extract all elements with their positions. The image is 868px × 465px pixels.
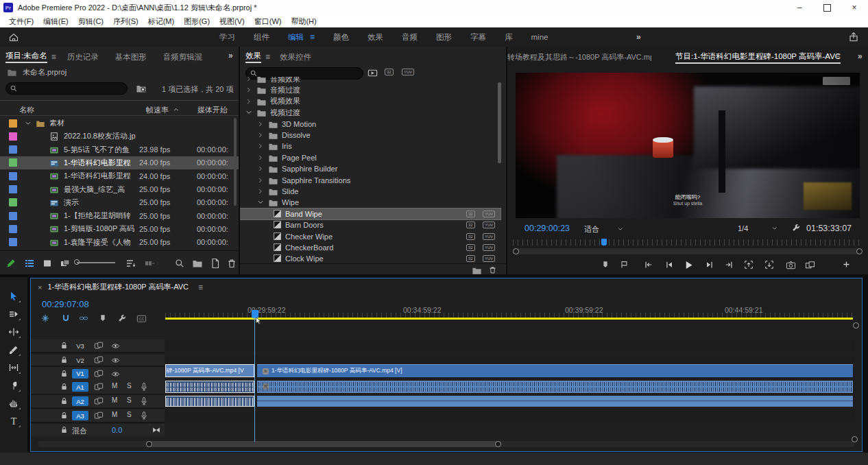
find-icon[interactable] (174, 258, 185, 269)
play-button[interactable] (684, 260, 694, 270)
workspace-tab-字幕[interactable]: 字幕 (470, 32, 486, 43)
goto-out-button[interactable] (724, 260, 734, 270)
program-timecode[interactable]: 00:29:00:23 (525, 224, 570, 233)
menu-7[interactable]: 视图(V) (215, 16, 250, 27)
sequence-tab[interactable]: 1-华语科幻电影里程碑-1080P 高码率-AVC (47, 282, 189, 292)
tree-expand-icon[interactable] (257, 177, 264, 184)
goto-in-button[interactable] (644, 260, 653, 270)
project-item-2[interactable]: 2022.10.8校友活动.jp (0, 130, 239, 143)
clear-trash-icon[interactable] (226, 258, 237, 269)
new-item-icon[interactable] (210, 258, 221, 269)
effects-tree-item-checker-wipe[interactable]: Checker Wipe32YUV (240, 231, 501, 242)
panel-menu-icon[interactable]: ≡ (265, 52, 270, 62)
lock-icon[interactable] (60, 396, 69, 405)
keyframe-nav-icon[interactable] (152, 425, 161, 435)
tree-expand-icon[interactable] (257, 154, 264, 161)
toggle-track-output-eye-icon[interactable] (110, 370, 121, 379)
project-item-9[interactable]: 1-剪辑版-1080P 高码25.00 fps00:00:00: (0, 222, 239, 235)
minimize-button[interactable]: – (786, 0, 813, 15)
label-color-chip[interactable] (9, 132, 17, 141)
tree-expand-icon[interactable] (257, 121, 264, 128)
project-item-1[interactable]: 素材 (0, 117, 239, 130)
effects-tab-2[interactable]: 效果控件 (280, 52, 311, 62)
workspace-tab-效果[interactable]: 效果 (367, 32, 383, 43)
add-marker-icon[interactable] (98, 313, 108, 323)
tree-expand-icon[interactable] (257, 188, 264, 195)
track-badge-A2[interactable]: A2 (72, 396, 88, 406)
lock-icon[interactable] (60, 411, 69, 420)
sync-lock-icon[interactable] (94, 382, 104, 392)
track-badge-V3[interactable]: V3 (72, 341, 88, 350)
project-item-8[interactable]: 1-【拒绝花里胡哨转25.00 fps00:00:00: (0, 209, 239, 222)
monitor-tabs-overflow[interactable]: » (858, 51, 863, 61)
tree-expand-icon[interactable] (257, 165, 264, 172)
mute-button[interactable]: M (112, 411, 117, 418)
ripple-edit-tool[interactable] (7, 325, 21, 339)
list-view-icon[interactable] (24, 258, 35, 269)
toggle-track-output-eye-icon[interactable] (110, 356, 121, 365)
lock-icon[interactable] (60, 369, 69, 378)
track-badge-A3[interactable]: A3 (72, 411, 88, 420)
project-tab-4[interactable]: 音频剪辑混 (163, 52, 203, 62)
effects-tab-1[interactable]: 效果 (245, 51, 261, 63)
clip-a2-right[interactable] (257, 396, 853, 407)
clip-a1-right[interactable]: fx (257, 381, 853, 393)
menu-8[interactable]: 窗口(W) (250, 16, 287, 27)
project-tab-3[interactable]: 基本图形 (115, 52, 147, 62)
effects-tree-item-page-peel[interactable]: Page Peel (240, 152, 501, 163)
delete-custom-item-icon[interactable] (488, 265, 497, 274)
project-scrollbar[interactable] (234, 118, 237, 206)
export-share-icon[interactable] (848, 32, 859, 43)
label-color-chip[interactable] (9, 145, 17, 154)
menu-3[interactable]: 剪辑(C) (73, 16, 108, 27)
track-select-forward-tool[interactable] (7, 307, 21, 321)
effects-tree-item-checkerboard[interactable]: CheckerBoard32YUV (240, 242, 501, 253)
effects-tree-item-sapphire-transitions[interactable]: Sapphire Transitions (240, 175, 501, 186)
project-item-10[interactable]: 1-袁隆平接受《人物25.00 fps00:00:00: (0, 236, 239, 249)
project-tab-1[interactable]: 项目:未命名 (5, 51, 47, 63)
close-sequence-icon[interactable]: × (38, 283, 42, 291)
project-tabs-overflow[interactable]: » (228, 51, 233, 60)
effects-tree-item-视频效果[interactable]: 视频效果 (240, 96, 501, 107)
workspace-overflow[interactable]: » (636, 32, 641, 42)
lock-icon[interactable] (60, 355, 69, 364)
label-color-chip[interactable] (9, 119, 17, 128)
tree-collapse-icon[interactable] (245, 109, 252, 116)
master-track-header[interactable]: 混合0.0 (31, 424, 165, 436)
workspace-tab-库[interactable]: 库 (505, 32, 513, 43)
icon-view-icon[interactable] (42, 258, 53, 269)
toggle-track-output-eye-icon[interactable] (110, 342, 121, 350)
source-monitor-tab[interactable]: 转场教程及其思路～-1080P 高码率-AVC.mp4 (507, 52, 651, 62)
lock-icon[interactable] (60, 425, 69, 434)
program-scrollbar-left-handle[interactable] (513, 248, 519, 254)
workspace-tab-学习[interactable]: 学习 (219, 32, 235, 43)
timeline-zoom-scrollbar-thumb[interactable] (146, 441, 501, 447)
new-bin-icon[interactable] (192, 258, 203, 269)
project-item-6[interactable]: 最强大脑_综艺_高25.00 fps00:00:00: (0, 183, 239, 196)
razor-tool[interactable] (7, 343, 21, 357)
mute-button[interactable]: M (112, 396, 117, 404)
workspace-tab-mine[interactable]: mine (531, 33, 548, 41)
mark-in-button[interactable] (619, 260, 629, 270)
menu-5[interactable]: 标记(M) (143, 16, 180, 27)
snap-magnet-icon[interactable] (61, 313, 71, 323)
writable-pen-icon[interactable] (5, 258, 16, 269)
label-color-chip[interactable] (9, 212, 17, 220)
track-header-V2[interactable]: V2 (31, 355, 165, 367)
project-item-4[interactable]: 1-华语科幻电影里程24.00 fps00:00:00: (0, 156, 239, 169)
playback-resolution-select[interactable]: 1/4 (738, 224, 779, 232)
badge-yuv-icon[interactable]: YUV (402, 69, 414, 75)
automate-sequence-icon[interactable] (144, 258, 155, 269)
menu-6[interactable]: 图形(G) (179, 16, 215, 27)
close-button[interactable]: × (841, 0, 868, 15)
label-color-chip[interactable] (9, 238, 17, 246)
voiceover-mic-icon[interactable] (139, 411, 149, 420)
menu-2[interactable]: 编辑(E) (38, 16, 73, 27)
selection-tool[interactable] (7, 289, 21, 303)
project-item-3[interactable]: 5-第5话 飞不了的鱼23.98 fps00:00:00: (0, 143, 239, 156)
effects-tree-item-clock-wipe[interactable]: Clock Wipe32YUV (240, 253, 501, 263)
solo-button[interactable]: S (127, 382, 132, 390)
ruler-right-handle[interactable] (853, 322, 859, 329)
sync-lock-icon[interactable] (94, 369, 104, 379)
tree-expand-icon[interactable] (245, 98, 252, 105)
